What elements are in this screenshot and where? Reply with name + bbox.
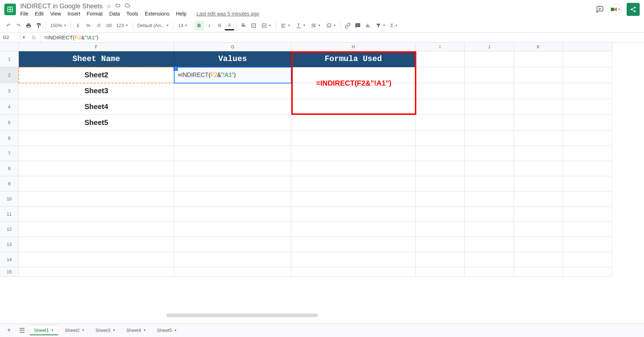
cell-H14[interactable] [291,252,416,267]
cell-F12[interactable] [19,222,174,237]
cell-L13[interactable] [563,237,612,252]
cell-F13[interactable] [19,237,174,252]
functions-button[interactable]: Σ▼ [388,21,400,30]
row-header-11[interactable]: 11 [0,207,19,222]
row-header-8[interactable]: 8 [0,161,19,176]
cell-K3[interactable] [514,83,563,99]
cell-F9[interactable] [19,176,174,191]
row-header-12[interactable]: 12 [0,222,19,237]
cell-F8[interactable] [19,161,174,176]
cell-G5[interactable] [174,115,291,131]
cloud-status-icon[interactable] [124,3,131,9]
cell-K10[interactable] [514,191,563,207]
cell-G12[interactable] [174,222,291,237]
all-sheets-button[interactable]: ☰ [17,325,27,336]
cell-J2[interactable] [465,67,514,83]
horizontal-align-button[interactable]: ▼ [278,21,293,30]
cell-I12[interactable] [416,222,465,237]
cell-L10[interactable] [563,191,612,207]
cell-L5[interactable] [563,115,612,131]
cell-I1[interactable] [416,51,465,67]
menu-help[interactable]: Help [176,11,186,17]
paint-format-button[interactable] [34,21,43,30]
menu-edit[interactable]: Edit [35,11,44,17]
cell-K5[interactable] [514,115,563,131]
row-header-15[interactable]: 15 [0,267,19,277]
cell-I7[interactable] [416,146,465,161]
bold-button[interactable]: B [194,21,204,30]
cell-I11[interactable] [416,207,465,222]
text-rotation-button[interactable]: ▼ [324,21,338,30]
insert-comment-button[interactable] [353,21,362,30]
cell-H5[interactable] [291,115,416,131]
cell-K4[interactable] [514,99,563,115]
menu-format[interactable]: Format [87,11,103,17]
font-size-dropdown[interactable]: 14▼ [176,21,190,30]
sheet-tab-2[interactable]: Sheet2▼ [60,325,89,335]
formula-input[interactable]: =INDIRECT(F2&"!A1") [40,34,644,41]
row-header-7[interactable]: 7 [0,146,19,161]
cell-J15[interactable] [465,267,514,277]
merge-cells-button[interactable]: ▼ [259,21,274,30]
name-box-dropdown-icon[interactable]: ▼ [20,35,27,39]
row-header-5[interactable]: 5 [0,115,19,131]
sheet-tab-3[interactable]: Sheet3▼ [91,325,120,335]
cell-J9[interactable] [465,176,514,191]
cell-J7[interactable] [465,146,514,161]
sheet-tab-4[interactable]: Sheet4▼ [122,325,150,335]
cell-F11[interactable] [19,207,174,222]
cell-F1[interactable]: Sheet Name [19,51,174,67]
cell-I4[interactable] [416,99,465,115]
cell-K8[interactable] [514,161,563,176]
cell-K15[interactable] [514,267,563,277]
cell-F10[interactable] [19,191,174,207]
font-dropdown[interactable]: Default (Ari...▼ [135,21,171,30]
cell-H1[interactable]: Formula Used [291,51,416,67]
select-all-corner[interactable] [0,43,19,51]
cell-I13[interactable] [416,237,465,252]
cell-F15[interactable] [19,267,174,277]
cell-L4[interactable] [563,99,612,115]
cell-F4[interactable]: Sheet4 [19,99,174,115]
cell-J4[interactable] [465,99,514,115]
cell-I6[interactable] [416,131,465,146]
cell-H12[interactable] [291,222,416,237]
borders-button[interactable] [249,21,258,30]
cell-G10[interactable] [174,191,291,207]
spreadsheet-grid[interactable]: F G H I J K 1 Sheet Name Values Formula … [0,43,644,332]
cell-I2[interactable] [416,67,465,83]
cell-I5[interactable] [416,115,465,131]
fill-color-button[interactable] [239,21,248,30]
sheet-tab-5[interactable]: Sheet5▼ [153,325,181,335]
insert-link-button[interactable] [343,21,352,30]
formula-help-icon[interactable]: ? [173,66,178,71]
cell-I14[interactable] [416,252,465,267]
cell-L12[interactable] [563,222,612,237]
cell-K6[interactable] [514,131,563,146]
move-icon[interactable] [115,3,121,9]
cell-H4[interactable] [291,99,416,115]
cell-G14[interactable] [174,252,291,267]
print-button[interactable] [24,21,33,30]
cell-H7[interactable] [291,146,416,161]
cell-L15[interactable] [563,267,612,277]
cell-K11[interactable] [514,207,563,222]
cell-I15[interactable] [416,267,465,277]
cell-F2[interactable]: Sheet2 [19,67,174,83]
row-header-14[interactable]: 14 [0,252,19,267]
col-header-H[interactable]: H [291,43,416,51]
cell-I3[interactable] [416,83,465,99]
cell-L11[interactable] [563,207,612,222]
vertical-align-button[interactable]: ▼ [293,21,308,30]
row-header-2[interactable]: 2 [0,67,19,83]
star-icon[interactable]: ☆ [106,3,111,10]
cell-H11[interactable] [291,207,416,222]
comment-history-icon[interactable] [595,4,605,14]
cell-K2[interactable] [514,67,563,83]
menu-insert[interactable]: Insert [68,11,80,17]
cell-F5[interactable]: Sheet5 [19,115,174,131]
menu-data[interactable]: Data [109,11,120,17]
cell-G11[interactable] [174,207,291,222]
cell-J13[interactable] [465,237,514,252]
cell-H10[interactable] [291,191,416,207]
